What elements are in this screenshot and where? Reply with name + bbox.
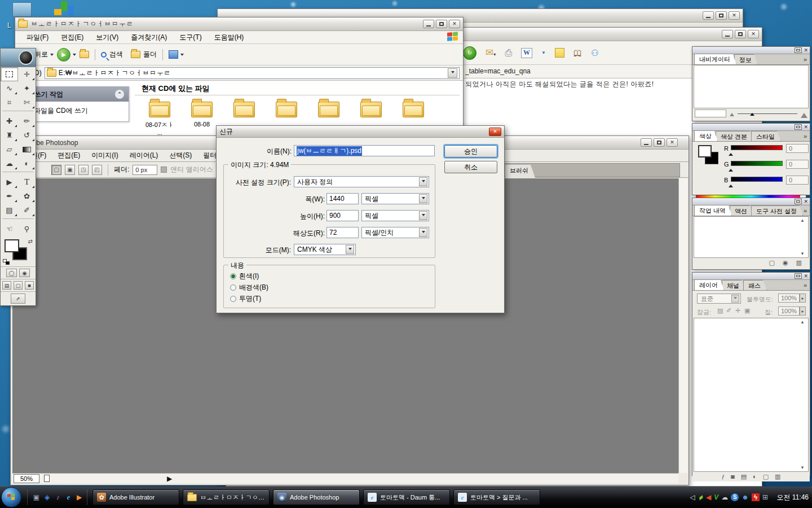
ps-menu-edit[interactable]: 편집(E) (56, 150, 81, 161)
red-value-field[interactable]: 0 (786, 144, 809, 153)
scroll-down-icon[interactable]: ▼ (800, 465, 805, 470)
resolution-unit-combo[interactable]: 픽셀/인치 (361, 227, 429, 238)
selection-mode-subtract-icon[interactable]: ◳ (78, 165, 89, 175)
folder-item[interactable] (276, 102, 297, 117)
close-icon[interactable]: ✕ (748, 30, 759, 38)
folder-item[interactable]: 08-08 (191, 102, 216, 128)
word-edit-icon[interactable]: W (521, 48, 532, 58)
resolution-input[interactable]: 72 (326, 227, 359, 238)
lock-paint-icon[interactable]: ✐ (726, 307, 731, 314)
minimize-icon[interactable] (423, 20, 434, 28)
tab-navigator[interactable]: 내비게이터 (694, 54, 736, 64)
fullscreen-button[interactable]: ■ (25, 281, 34, 290)
tab-channels[interactable]: 채널 (722, 280, 745, 290)
desktop-folder-icon[interactable] (12, 2, 32, 17)
maximize-icon[interactable] (735, 30, 746, 38)
maximize-icon[interactable] (654, 138, 665, 147)
green-slider[interactable] (731, 161, 783, 166)
height-unit-combo[interactable]: 픽셀 (361, 210, 429, 221)
quick-launch-wmp-icon[interactable]: ▶ (74, 493, 84, 502)
close-icon[interactable]: ✕ (804, 199, 808, 204)
rectangular-marquee-tool[interactable] (1, 67, 18, 81)
tab-styles[interactable]: 스타일 (751, 131, 781, 141)
views-dropdown-icon[interactable] (180, 54, 184, 58)
magic-wand-tool[interactable]: ✦ (18, 81, 36, 95)
width-unit-combo[interactable]: 픽셀 (361, 193, 429, 204)
messenger-offline-icon[interactable]: ☻ (742, 494, 749, 501)
fill-spinner-icon[interactable]: ▸ (800, 306, 806, 316)
blue-slider-thumb[interactable] (729, 182, 733, 187)
task-button-ie-daum[interactable]: e 토마토맥 - Daum 통... (363, 489, 450, 505)
delete-layer-icon[interactable]: ▥ (775, 474, 780, 480)
minimize-icon[interactable] (795, 47, 802, 53)
dropdown-icon[interactable] (419, 228, 427, 237)
swap-colors-icon[interactable]: ⇄ (28, 238, 33, 244)
default-colors-icon[interactable] (3, 259, 10, 265)
folder-item[interactable] (318, 102, 339, 117)
blue-value-field[interactable]: 0 (786, 176, 809, 185)
opacity-spinner-icon[interactable]: ▸ (800, 294, 806, 303)
zoom-in-icon[interactable] (801, 110, 807, 118)
foreground-color-swatch[interactable] (698, 145, 712, 157)
cancel-button[interactable]: 취소 (444, 161, 497, 173)
scroll-up-icon[interactable]: ▲ (800, 319, 805, 325)
task-button-folder[interactable]: ㅂㅗㄹㅏㅁㅈㅏㄱㅇ... (183, 489, 270, 505)
minimize-icon[interactable] (795, 124, 802, 130)
tab-paths[interactable]: 패스 (743, 280, 767, 290)
volume-icon[interactable]: ◁ (690, 494, 695, 501)
document-info-icon[interactable] (44, 475, 50, 482)
tab-swatches[interactable]: 색상 견본 (716, 131, 753, 141)
opacity-field[interactable]: 100% (778, 294, 800, 303)
quick-launch-media-icon[interactable]: ♪ (53, 493, 63, 502)
standard-mode-button[interactable]: ◯ (6, 269, 17, 277)
views-button[interactable] (169, 50, 184, 59)
lasso-tool[interactable]: ∿ (1, 81, 18, 95)
zoom-out-icon[interactable] (730, 111, 734, 116)
close-icon[interactable]: ✕ (729, 11, 740, 20)
address-dropdown-icon[interactable] (448, 68, 457, 78)
task-button-ie-qna[interactable]: e 토마토맥 > 질문과 ... (453, 489, 540, 505)
forward-button[interactable]: ▶ (57, 48, 76, 62)
brush-tool[interactable]: ✏ (18, 114, 36, 128)
dropdown-icon[interactable] (346, 245, 354, 254)
maximize-icon[interactable] (716, 11, 727, 20)
messenger-icon[interactable]: ⚇ (591, 48, 598, 58)
lock-transparency-icon[interactable]: ▨ (717, 307, 723, 314)
note-icon[interactable] (555, 48, 564, 58)
palette-menu-icon[interactable]: » (804, 56, 807, 63)
task-button-illustrator[interactable]: ✿ Adobe Illustrator (92, 489, 179, 505)
ps-menu-image[interactable]: 이미지(I) (90, 150, 119, 161)
path-selection-tool[interactable]: ▶ (1, 175, 18, 189)
close-icon[interactable]: ✕ (804, 48, 808, 53)
standard-screen-button[interactable]: ▤ (2, 281, 11, 290)
dropdown-icon[interactable] (731, 295, 739, 303)
dialog-titlebar[interactable]: 신규 ✕ (217, 126, 504, 138)
minimize-icon[interactable] (795, 273, 802, 279)
radio-background-color[interactable]: 배경색(B) (230, 283, 268, 292)
scroll-up-icon[interactable]: ▲ (800, 218, 805, 223)
research-icon[interactable]: 🕮 (573, 48, 582, 58)
lock-position-icon[interactable]: ✛ (735, 307, 740, 314)
dropdown-icon[interactable] (419, 194, 427, 203)
fill-field[interactable]: 100% (778, 306, 800, 316)
address-field[interactable]: E:₩ㅂㅗㄹㅏㅁㅈㅏㄱㅇㅓㅂㅁㅜㄹ (45, 67, 460, 79)
tab-actions[interactable]: 액션 (730, 205, 753, 216)
forward-dropdown-icon[interactable] (73, 54, 76, 58)
fullscreen-menubar-button[interactable]: ▢ (14, 281, 23, 290)
red-slider-thumb[interactable] (729, 151, 733, 156)
antialias-checkbox[interactable] (161, 167, 167, 173)
eraser-tool[interactable]: ▱ (1, 142, 18, 156)
desktop-blocks-icon[interactable] (53, 1, 76, 17)
blue-slider[interactable] (731, 177, 783, 182)
custom-shape-tool[interactable]: ✿ (18, 189, 36, 203)
hangul-app-icon[interactable]: ϟ (752, 493, 760, 501)
cloud-app-icon[interactable]: ☁ (721, 494, 728, 501)
v3-antivirus-icon[interactable]: V (714, 494, 718, 501)
palette-titlebar[interactable]: ✕ (692, 273, 810, 280)
healing-brush-tool[interactable]: ✚ (1, 114, 18, 128)
layer-mask-icon[interactable]: ◙ (731, 474, 735, 480)
type-tool[interactable]: T (18, 175, 36, 189)
close-icon[interactable]: ✕ (804, 125, 808, 130)
menu-help[interactable]: 도움말(H) (213, 32, 245, 43)
history-brush-tool[interactable]: ↺ (18, 128, 36, 142)
